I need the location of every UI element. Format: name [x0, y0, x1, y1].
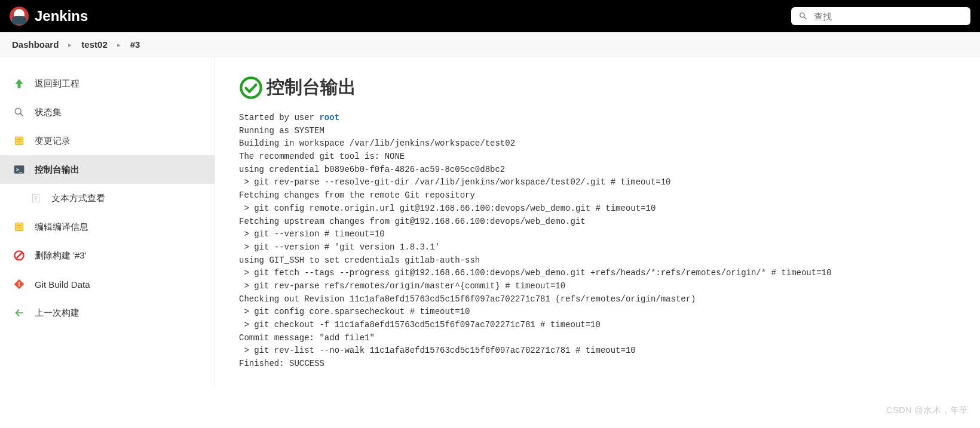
- sidebar-item-delete-build[interactable]: 删除构建 '#3': [0, 241, 215, 270]
- sidebar-item-git-build-data[interactable]: Git Build Data: [0, 270, 215, 298]
- sidebar-item-label: 状态集: [35, 107, 62, 118]
- console-output: Started by user root Running as SYSTEM B…: [239, 112, 956, 371]
- jenkins-logo-icon[interactable]: [10, 7, 29, 26]
- sidebar-item-previous-build[interactable]: 上一次构建: [0, 298, 215, 327]
- svg-line-15: [16, 253, 22, 258]
- breadcrumb-dashboard[interactable]: Dashboard: [12, 39, 59, 50]
- console-body: Running as SYSTEM Building in workspace …: [239, 126, 831, 368]
- success-check-icon: [239, 76, 263, 100]
- sidebar-item-label: Git Build Data: [35, 279, 90, 290]
- chevron-right-icon: ▸: [117, 41, 121, 49]
- console-user-link[interactable]: root: [319, 113, 339, 122]
- sidebar-item-edit-build-info[interactable]: 编辑编译信息: [0, 213, 215, 241]
- sidebar-item-label: 变更记录: [35, 136, 71, 147]
- search-icon: [798, 11, 808, 21]
- sidebar-item-back-to-project[interactable]: 返回到工程: [0, 69, 215, 98]
- sidebar: 返回到工程 状态集 变更记录 >_ 控制台输出 文本方式查看: [0, 57, 215, 389]
- page-title: 控制台输出: [267, 75, 356, 100]
- svg-point-19: [241, 78, 261, 97]
- notepad-icon: [12, 134, 26, 148]
- header: Jenkins: [0, 0, 980, 32]
- sidebar-item-status[interactable]: 状态集: [0, 98, 215, 127]
- header-left: Jenkins: [10, 7, 88, 26]
- sidebar-item-console-output[interactable]: >_ 控制台输出: [0, 155, 215, 184]
- sidebar-item-label: 文本方式查看: [51, 193, 105, 204]
- sidebar-item-label: 编辑编译信息: [35, 221, 88, 233]
- arrow-up-icon: [12, 76, 26, 91]
- notepad-icon: [12, 220, 26, 234]
- search-box[interactable]: [791, 7, 970, 25]
- svg-rect-2: [15, 137, 23, 144]
- content: 控制台输出 Started by user root Running as SY…: [215, 57, 980, 389]
- breadcrumb: Dashboard ▸ test02 ▸ #3: [0, 32, 980, 57]
- arrow-left-icon: [12, 306, 26, 320]
- forbid-icon: [12, 248, 26, 263]
- sidebar-item-plain-text[interactable]: 文本方式查看: [0, 184, 215, 213]
- sidebar-item-label: 返回到工程: [35, 78, 79, 90]
- document-icon: [29, 191, 43, 205]
- sidebar-item-label: 控制台输出: [35, 164, 79, 175]
- breadcrumb-job[interactable]: test02: [81, 39, 107, 50]
- git-icon: [12, 277, 26, 291]
- svg-text:>_: >_: [16, 167, 23, 173]
- brand-title[interactable]: Jenkins: [35, 8, 88, 24]
- console-started-prefix: Started by user: [239, 113, 319, 122]
- chevron-right-icon: ▸: [68, 41, 72, 49]
- magnifier-icon: [12, 105, 26, 119]
- page-title-row: 控制台输出: [239, 75, 956, 100]
- search-input[interactable]: [814, 11, 963, 21]
- svg-rect-11: [15, 223, 23, 230]
- terminal-icon: >_: [12, 162, 26, 177]
- svg-line-1: [20, 113, 23, 116]
- main-layout: 返回到工程 状态集 变更记录 >_ 控制台输出 文本方式查看: [0, 57, 980, 389]
- sidebar-item-changes[interactable]: 变更记录: [0, 127, 215, 155]
- sidebar-item-label: 删除构建 '#3': [35, 250, 87, 261]
- breadcrumb-build[interactable]: #3: [130, 39, 140, 50]
- sidebar-item-label: 上一次构建: [35, 307, 79, 319]
